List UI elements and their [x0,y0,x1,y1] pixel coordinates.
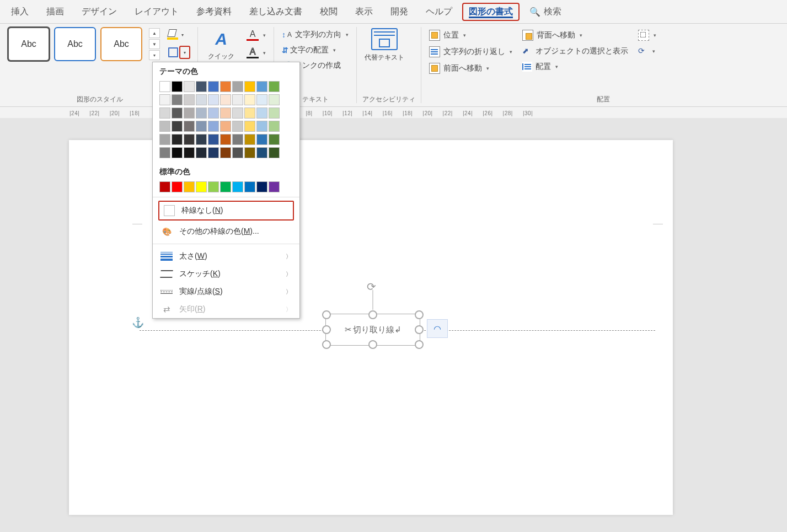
color-swatch[interactable] [184,94,195,105]
tab-review[interactable]: 校閲 [312,3,345,21]
color-swatch[interactable] [172,108,183,119]
shape-fill-button[interactable]: ▾ [165,28,192,41]
align-objects-button[interactable]: 配置 ▾ [520,60,630,73]
color-swatch[interactable] [159,108,170,119]
color-swatch[interactable] [269,134,280,145]
color-swatch[interactable] [196,121,207,132]
gallery-more[interactable]: ▾ [149,50,160,60]
color-swatch[interactable] [184,121,195,132]
bring-forward-button[interactable]: 前面へ移動 ▾ [427,61,515,76]
text-outline-button[interactable]: A ▾ [244,46,268,60]
color-swatch[interactable] [244,94,255,105]
selected-textbox[interactable]: ✂ 切り取り線↲ ⟳ [325,314,420,346]
color-swatch[interactable] [269,181,280,192]
tab-insert[interactable]: 挿入 [3,3,36,21]
style-swatch-2[interactable]: Abc [54,27,96,61]
color-swatch[interactable] [172,81,183,92]
resize-handle-nw[interactable] [322,310,331,319]
color-swatch[interactable] [232,94,243,105]
rotate-handle[interactable]: ⟳ [367,280,379,292]
color-swatch[interactable] [269,81,280,92]
color-swatch[interactable] [172,147,183,158]
shape-fill-dropdown[interactable]: ▾ [179,29,186,40]
color-swatch[interactable] [184,108,195,119]
color-swatch[interactable] [196,94,207,105]
color-swatch[interactable] [244,147,255,158]
shape-outline-dropdown[interactable]: ▾ [179,46,190,59]
tab-references[interactable]: 参考資料 [189,3,239,21]
color-swatch[interactable] [256,81,267,92]
text-align-button[interactable]: 文字の配置 ▾ [280,44,351,57]
color-swatch[interactable] [208,81,219,92]
color-swatch[interactable] [159,147,170,158]
color-swatch[interactable] [184,181,195,192]
color-swatch[interactable] [208,108,219,119]
color-swatch[interactable] [256,94,267,105]
resize-handle-ne[interactable] [415,310,424,319]
color-swatch[interactable] [208,134,219,145]
tab-view[interactable]: 表示 [347,3,381,21]
color-swatch[interactable] [244,108,255,119]
outline-sketch-item[interactable]: スケッチ(K) 〉 [153,265,299,283]
text-wrap-button[interactable]: 文字列の折り返し ▾ [427,45,515,59]
color-swatch[interactable] [220,147,231,158]
color-swatch[interactable] [232,181,243,192]
color-swatch[interactable] [256,108,267,119]
color-swatch[interactable] [159,181,170,192]
color-swatch[interactable] [244,134,255,145]
color-swatch[interactable] [244,181,255,192]
gallery-up[interactable]: ▲ [149,28,160,38]
color-swatch[interactable] [159,94,170,105]
color-swatch[interactable] [208,94,219,105]
more-outline-colors-item[interactable]: その他の枠線の色(M)... [153,223,299,240]
color-swatch[interactable] [208,147,219,158]
color-swatch[interactable] [220,81,231,92]
search-box[interactable]: 検索 [522,3,569,21]
shape-outline-button[interactable]: ▾ [165,45,192,60]
tab-shape-format[interactable]: 図形の書式 [462,3,520,21]
selection-pane-button[interactable]: ⬈ オブジェクトの選択と表示 [520,45,630,58]
color-swatch[interactable] [220,134,231,145]
tab-design[interactable]: デザイン [74,3,125,21]
color-swatch[interactable] [256,181,267,192]
color-swatch[interactable] [159,81,170,92]
alt-text-button[interactable]: 代替テキスト [362,27,406,62]
color-swatch[interactable] [159,121,170,132]
color-swatch[interactable] [159,134,170,145]
color-swatch[interactable] [256,134,267,145]
color-swatch[interactable] [256,147,267,158]
group-objects-button[interactable]: ▾ [636,28,658,42]
layout-options-popup[interactable]: ◠ [427,319,448,338]
color-swatch[interactable] [220,181,231,192]
shape-style-gallery[interactable]: Abc Abc Abc ▲ ▼ ▾ [8,27,160,61]
color-swatch[interactable] [256,121,267,132]
resize-handle-n[interactable] [368,310,377,319]
color-swatch[interactable] [184,81,195,92]
color-swatch[interactable] [220,121,231,132]
color-swatch[interactable] [196,147,207,158]
text-direction-button[interactable]: A 文字列の方向 ▾ [280,28,351,41]
color-swatch[interactable] [196,181,207,192]
resize-handle-se[interactable] [415,340,424,349]
tab-draw[interactable]: 描画 [39,3,72,21]
color-swatch[interactable] [172,181,183,192]
color-swatch[interactable] [172,134,183,145]
color-swatch[interactable] [269,94,280,105]
outline-dashes-item[interactable]: 実線/点線(S) 〉 [153,283,299,300]
color-swatch[interactable] [184,134,195,145]
color-swatch[interactable] [232,147,243,158]
tab-help[interactable]: ヘルプ [418,3,460,21]
resize-handle-w[interactable] [322,325,331,334]
send-backward-button[interactable]: 背面へ移動 ▾ [520,28,630,42]
text-fill-button[interactable]: A ▾ [244,28,268,42]
color-swatch[interactable] [232,81,243,92]
resize-handle-s[interactable] [368,340,377,349]
resize-handle-sw[interactable] [322,340,331,349]
color-swatch[interactable] [220,108,231,119]
color-swatch[interactable] [196,108,207,119]
no-outline-item[interactable]: 枠線なし(N) [158,201,294,221]
color-swatch[interactable] [196,81,207,92]
color-swatch[interactable] [269,121,280,132]
color-swatch[interactable] [269,108,280,119]
color-swatch[interactable] [232,108,243,119]
